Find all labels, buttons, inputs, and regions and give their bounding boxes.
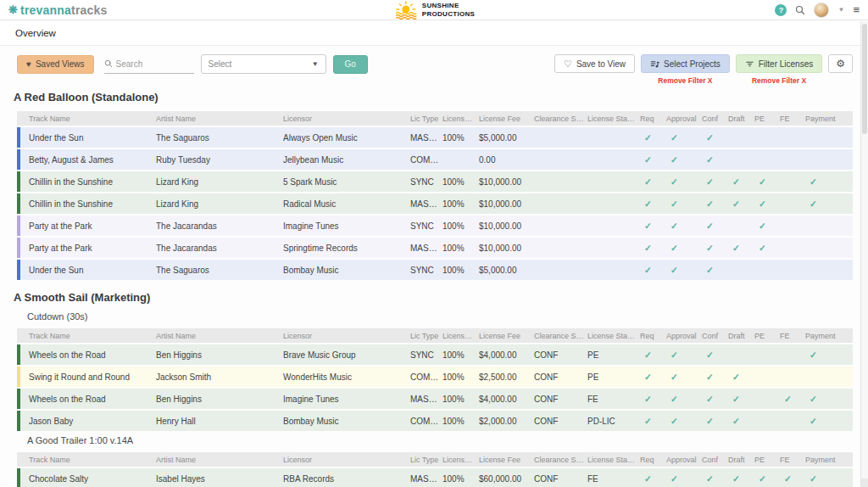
select-placeholder: Select [209, 59, 232, 69]
remove-projects-filter-link[interactable]: Remove Filter X [658, 76, 712, 85]
cell-license-pct: 100% [442, 474, 479, 484]
cell-lic-type: MASTER [410, 395, 442, 404]
cell-licensor: Radical Music [283, 199, 410, 209]
cell-lic-type: SYNC [410, 177, 442, 187]
cell-check-pe: ✓ [754, 473, 780, 484]
select-projects-button[interactable]: Select Projects [641, 54, 730, 73]
cell-license-fee: $5,000.00 [479, 266, 534, 275]
column-header-approval: Approval [666, 115, 702, 123]
cell-check-payment: ✓ [805, 416, 853, 426]
filter-licenses-label: Filter Licenses [759, 59, 813, 69]
column-header-license-fee: License Fee [479, 332, 534, 340]
track-row[interactable]: Chillin in the SunshineLizard King5 Spar… [17, 171, 853, 192]
cell-check-conf: ✓ [702, 394, 728, 404]
cell-check-conf: ✓ [702, 176, 728, 187]
production-logo: SUNSHINE PRODUCTIONS [393, 1, 475, 20]
track-row[interactable]: Swing it Round and RoundJackson SmithWon… [17, 367, 853, 387]
filter-icon [745, 59, 754, 69]
cell-track: Chillin in the Sunshine [20, 199, 156, 209]
track-row[interactable]: Under the SunThe SaguarosBombay MusicSYN… [17, 260, 853, 280]
brand-name-primary: trevanna [20, 3, 71, 17]
go-label: Go [345, 59, 356, 69]
settings-button[interactable]: ⚙ [828, 54, 853, 73]
cell-check-pe: ✓ [754, 176, 780, 187]
cell-artist: The Jacarandas [156, 244, 283, 253]
track-row[interactable]: Betty, August & JamesRuby TuesdayJellybe… [17, 149, 853, 170]
track-row[interactable]: Party at the ParkThe JacarandasImagine T… [17, 216, 853, 236]
page-title-bar: Overview [0, 20, 868, 46]
cell-check-approval: ✓ [666, 199, 702, 209]
column-header-license-fee: License Fee [479, 456, 534, 464]
column-header-fe: FE [780, 456, 805, 464]
track-row[interactable]: Under the SunThe SaguarosAlways Open Mus… [17, 127, 853, 148]
cell-licensor: Always Open Music [283, 133, 410, 143]
help-button[interactable]: ? [775, 4, 787, 16]
select-projects-label: Select Projects [664, 59, 721, 69]
search-button[interactable] [795, 5, 805, 15]
cell-check-req: ✓ [640, 372, 666, 382]
cell-licensor: Bombay Music [283, 266, 410, 275]
cell-licensor: Imagine Tunes [283, 221, 410, 231]
track-row[interactable]: Chillin in the SunshineLizard KingRadica… [17, 193, 853, 214]
cell-license-fee: $10,000.00 [479, 244, 534, 253]
section-title: A Smooth Sail (Marketing) [14, 291, 853, 304]
cell-track: Chocolate Salty [20, 474, 156, 484]
go-button[interactable]: Go [333, 55, 368, 74]
column-header-license-: License % [442, 456, 479, 464]
brand-asterisk-icon: ❋ [8, 3, 18, 16]
column-header-lic-type: Lic Type [410, 456, 442, 464]
track-row[interactable]: Wheels on the RoadBen HigginsImagine Tun… [17, 389, 853, 409]
cell-license-fee: $2,500.00 [479, 372, 534, 382]
cell-licensor: Bombay Music [283, 417, 410, 426]
track-row[interactable]: Jason BabyHenry HallBombay MusicCOMBO100… [17, 411, 853, 431]
filter-licenses-button[interactable]: Filter Licenses [736, 54, 822, 73]
column-header-approval: Approval [666, 456, 702, 464]
cell-artist: Henry Hall [156, 417, 283, 426]
cell-lic-type: SYNC [410, 266, 442, 275]
search-field [104, 55, 194, 74]
search-input[interactable] [116, 59, 191, 69]
cell-license-fee: $5,000.00 [479, 133, 534, 143]
cell-track: Betty, August & James [20, 155, 156, 165]
track-row[interactable]: Chocolate SaltyIsabel HayesRBA RecordsMA… [17, 468, 853, 487]
cell-licensor: 5 Spark Music [283, 177, 410, 187]
cell-track: Chillin in the Sunshine [20, 177, 156, 187]
vertical-scrollbar[interactable] [860, 21, 868, 487]
saved-views-button[interactable]: ♥ Saved Views [17, 55, 94, 74]
remove-licenses-filter-link[interactable]: Remove Filter X [752, 76, 806, 85]
column-header-license-: License % [442, 115, 479, 123]
project-select[interactable]: Select ▼ [201, 54, 326, 74]
track-row[interactable]: Wheels on the RoadBen HigginsBrave Music… [17, 344, 853, 365]
toolbar: ♥ Saved Views Select ▼ Go ♡ Save to View [17, 46, 853, 80]
cell-check-conf: ✓ [702, 265, 728, 275]
avatar[interactable] [814, 3, 829, 18]
menu-icon[interactable]: ≡ [853, 3, 860, 16]
cell-check-req: ✓ [640, 394, 666, 404]
heart-icon: ♥ [26, 59, 31, 69]
column-header-license-status: License Status [587, 332, 640, 340]
cell-check-conf: ✓ [702, 243, 728, 253]
cell-license-fee: $10,000.00 [479, 221, 534, 231]
project-list-icon [650, 59, 659, 69]
column-header-lic-type: Lic Type [410, 115, 442, 123]
column-header-license-: License % [442, 332, 479, 340]
cell-check-approval: ✓ [666, 154, 702, 165]
cell-lic-type: COMBO [410, 372, 442, 382]
column-header-conf: Conf [702, 456, 728, 464]
table-header-row: Track NameArtist NameLicensorLic TypeLic… [17, 111, 853, 126]
gear-icon: ⚙ [836, 58, 845, 70]
chevron-down-icon[interactable]: ▼ [837, 6, 844, 14]
track-row[interactable]: Party at the ParkThe JacarandasSpringtim… [17, 238, 853, 258]
cell-lic-type: COMBO [410, 155, 442, 165]
cell-check-req: ✓ [640, 350, 666, 360]
column-header-draft: Draft [728, 115, 754, 123]
cell-check-req: ✓ [640, 416, 666, 426]
cell-artist: Lizard King [156, 177, 283, 187]
column-header-clearance-status: Clearance Status [534, 332, 587, 340]
scrollbar-thumb[interactable] [862, 24, 867, 134]
cell-check-approval: ✓ [666, 265, 702, 275]
column-header-track-name: Track Name [20, 456, 156, 464]
cell-check-payment: ✓ [805, 199, 853, 209]
license-table: Track NameArtist NameLicensorLic TypeLic… [17, 111, 853, 280]
save-to-view-button[interactable]: ♡ Save to View [554, 54, 635, 73]
